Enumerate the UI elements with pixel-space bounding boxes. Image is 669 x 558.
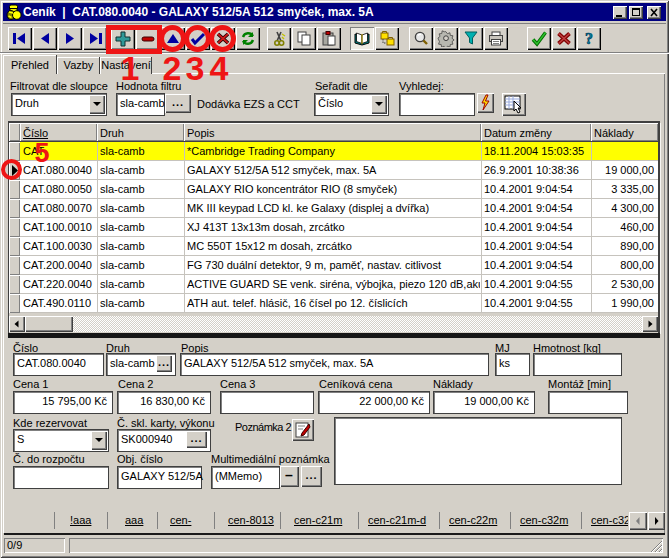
- svg-text:?: ?: [585, 30, 593, 47]
